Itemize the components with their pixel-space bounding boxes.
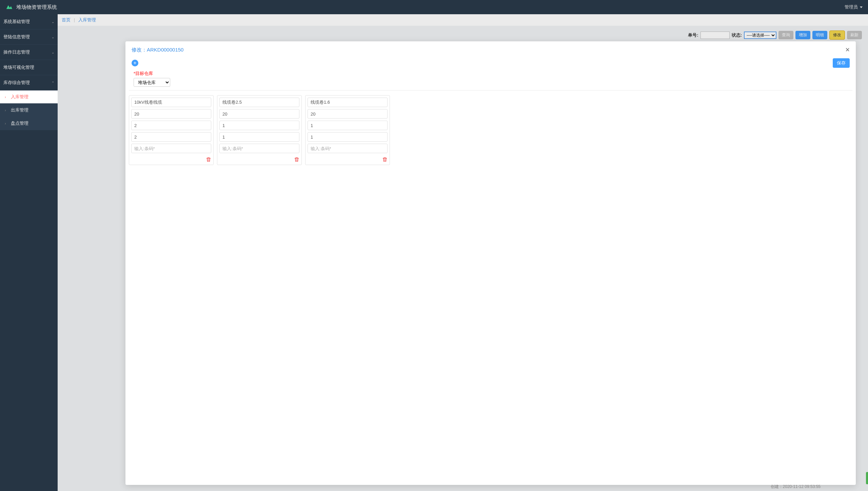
item-field-3[interactable] [131,132,211,142]
chevron-right-icon: › [5,121,6,125]
user-label: 管理员 [845,4,858,10]
logo-icon [5,3,13,11]
target-warehouse-select[interactable]: 堆场仓库 [134,78,170,87]
chevron-right-icon: › [5,108,6,112]
modal-title: 修改：ARKD00000150 [132,47,183,53]
chevron-down-icon: ⌄ [52,50,54,54]
trash-icon[interactable] [294,157,299,163]
modal-header: 修改：ARKD00000150 × [125,41,856,58]
item-field-1[interactable] [308,109,388,119]
submenu-inbound[interactable]: › 入库管理 [0,90,58,104]
item-field-3[interactable] [219,132,299,142]
user-menu[interactable]: 管理员 [845,4,863,10]
item-card [305,95,390,165]
item-field-1[interactable] [131,109,211,119]
chevron-up-icon: ⌃ [52,81,54,85]
created-timestamp: 创建：2020-11-12 09:53:55 [771,484,821,490]
menu-system-base[interactable]: 系统基础管理 ⌄ [0,14,58,29]
top-header: 堆场物资管理系统 管理员 [0,0,868,14]
barcode-input[interactable] [131,144,211,153]
barcode-input[interactable] [219,144,299,153]
item-card [129,95,214,165]
menu-yard-visual[interactable]: 堆场可视化管理 [0,60,58,75]
chevron-down-icon: ⌄ [52,20,54,24]
target-section: *目标仓库 堆场仓库 [125,70,856,90]
sidebar: 系统基础管理 ⌄ 登陆信息管理 ⌄ 操作日志管理 ⌄ 堆场可视化管理 库存综合管… [0,14,58,491]
item-field-1[interactable] [219,109,299,119]
chevron-down-icon: ⌄ [52,35,54,39]
content-area: 首页 | 入库管理 单号: 状态: ----请选择---- 查询 增加 明细 修… [58,14,868,491]
modal-toolbar: + 保存 [125,58,856,70]
target-label: *目标仓库 [134,70,848,77]
side-toggle[interactable] [866,472,868,484]
item-field-2[interactable] [219,121,299,130]
item-cards [125,90,856,170]
menu-operation-log[interactable]: 操作日志管理 ⌄ [0,45,58,60]
submenu-outbound[interactable]: › 出库管理 [0,104,58,117]
item-field-3[interactable] [308,132,388,142]
item-card [217,95,302,165]
item-name-input[interactable] [131,98,211,107]
menu-login-info[interactable]: 登陆信息管理 ⌄ [0,29,58,45]
close-icon[interactable]: × [845,46,850,54]
caret-down-icon [860,6,863,8]
edit-modal: 修改：ARKD00000150 × + 保存 *目标仓库 堆场仓库 [125,41,856,485]
item-name-input[interactable] [219,98,299,107]
add-card-button[interactable]: + [132,60,138,66]
app-title: 堆场物资管理系统 [16,4,57,11]
barcode-input[interactable] [308,144,388,153]
menu-inventory[interactable]: 库存综合管理 ⌃ [0,75,58,90]
save-button[interactable]: 保存 [833,58,850,68]
trash-icon[interactable] [206,157,211,163]
item-field-2[interactable] [131,121,211,130]
item-name-input[interactable] [308,98,388,107]
trash-icon[interactable] [382,157,388,163]
header-left: 堆场物资管理系统 [5,3,57,11]
submenu-stocktake[interactable]: › 盘点管理 [0,117,58,130]
item-field-2[interactable] [308,121,388,130]
chevron-right-icon: › [5,95,6,99]
